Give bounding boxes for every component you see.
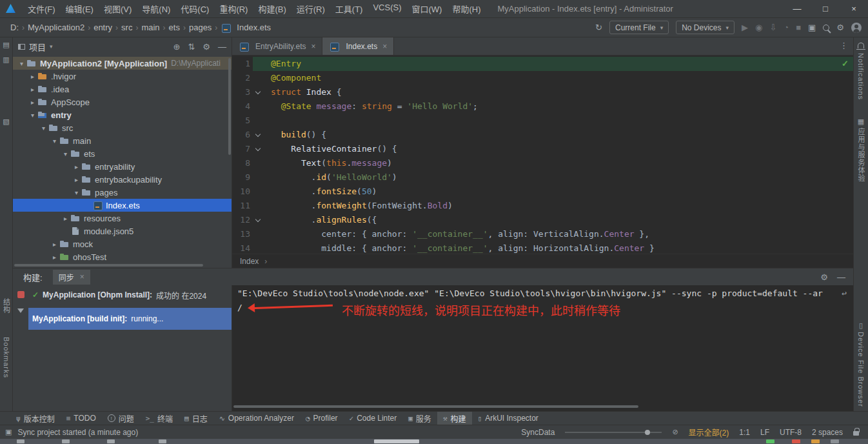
tree-item-appscope[interactable]: ▸AppScope — [13, 96, 232, 108]
bookmarks-tool-button[interactable]: Bookmarks — [3, 337, 10, 378]
fold-icon[interactable] — [255, 217, 261, 222]
tool-tab-code-linter[interactable]: ✓Code Linter — [344, 412, 403, 425]
folder-stripe-icon[interactable]: ▥ — [3, 56, 9, 64]
device-file-browser-icon[interactable]: ▯ — [859, 321, 863, 330]
syncdata-progress-slider[interactable] — [565, 432, 662, 433]
tree-item-pages[interactable]: ▾pages — [13, 186, 232, 199]
app-services-tool-button[interactable]: 应用与服务体验 — [856, 128, 866, 182]
tree-item-module-json5[interactable]: module.json5 — [13, 225, 232, 237]
cancel-sync-icon[interactable]: ⊘ — [672, 429, 678, 436]
project-hscrollbar[interactable] — [14, 264, 203, 267]
tool-tab-item[interactable]: ▤日志 — [179, 412, 213, 425]
device-select[interactable]: No Devices ▾ — [676, 21, 735, 34]
breadcrumb-item[interactable]: src — [120, 23, 133, 32]
breadcrumb-item[interactable]: entry — [92, 23, 113, 32]
menu-item[interactable]: 编辑(E) — [61, 1, 99, 17]
sync-project-icon[interactable]: ↻ — [595, 23, 602, 32]
project-stripe-icon[interactable]: ▤ — [3, 41, 9, 49]
locate-file-button[interactable]: ⊕ — [173, 43, 181, 51]
tool-tab-item[interactable]: ⚒构建 — [437, 412, 472, 425]
editor-tab-entryability-ets[interactable]: EntryAbility.ets× — [232, 37, 322, 55]
file-encoding[interactable]: UTF-8 — [780, 428, 802, 437]
more-options-icon[interactable]: ⋮ — [840, 41, 848, 50]
hide-panel-button[interactable]: — — [218, 43, 226, 51]
show-all-link[interactable]: 显示全部(2) — [689, 427, 729, 438]
app-services-icon[interactable]: ▦ — [858, 117, 864, 126]
build-console[interactable]: "E:\DevEco Studio\tools\node\node.exe" "… — [232, 285, 853, 411]
code-editor[interactable]: 1@Entry2@Component3struct Index {4 @Stat… — [232, 56, 853, 254]
panel-options-button[interactable]: ⚙ — [202, 43, 210, 51]
status-window-icon[interactable]: ▣ — [5, 429, 12, 436]
tool-tab-item[interactable]: !问题 — [102, 412, 140, 425]
maximize-button[interactable]: □ — [811, 0, 840, 17]
tree-item-myapplication2-myapplication[interactable]: ▾MyApplication2 [MyApplication]D:\MyAppl… — [13, 57, 232, 70]
tree-expand-icon[interactable]: ▸ — [28, 99, 37, 106]
caret-position[interactable]: 1:1 — [739, 428, 750, 437]
attach-debugger-button[interactable]: ⇩ — [769, 23, 776, 32]
tree-collapse-icon[interactable]: ▾ — [17, 60, 26, 67]
notifications-tool-button[interactable]: Notifications — [857, 53, 865, 100]
commit-stripe-icon[interactable]: ▧ — [3, 117, 9, 126]
tree-item-entry[interactable]: ▾entry — [13, 108, 232, 121]
tree-item-mock[interactable]: ▸mock — [13, 237, 232, 250]
menu-item[interactable]: 窗口(W) — [407, 1, 448, 17]
tree-expand-icon[interactable]: ▸ — [72, 163, 81, 170]
readonly-lock-icon[interactable] — [853, 431, 859, 436]
menu-item[interactable]: 导航(N) — [137, 1, 175, 17]
tool-tab-todo[interactable]: ≡TODO — [61, 412, 102, 425]
tree-expand-icon[interactable]: ▸ — [28, 86, 37, 93]
indent-setting[interactable]: 2 spaces — [812, 428, 843, 437]
menu-item[interactable]: 代码(C) — [175, 1, 214, 17]
stop-button[interactable]: ■ — [796, 23, 801, 32]
profile-avatar[interactable] — [851, 23, 862, 33]
tree-collapse-icon[interactable]: ▾ — [61, 150, 70, 157]
tool-tab-item[interactable]: ▣服务 — [402, 412, 437, 425]
tree-item-ets[interactable]: ▾ets — [13, 147, 232, 160]
tree-expand-icon[interactable]: ▸ — [72, 176, 81, 183]
breadcrumb-item[interactable]: ets — [168, 23, 181, 32]
tree-item-entrybackupability[interactable]: ▸entrybackupability — [13, 173, 232, 186]
filter-icon[interactable] — [17, 308, 24, 316]
menu-item[interactable]: 构建(B) — [253, 1, 291, 17]
tree-item-hvigor[interactable]: ▸.hvigor — [13, 70, 232, 83]
tree-item-main[interactable]: ▾main — [13, 134, 232, 147]
breadcrumb-element[interactable]: Index — [240, 257, 259, 266]
hide-build-panel-button[interactable]: — — [837, 273, 845, 281]
breadcrumb-item[interactable]: D: — [9, 23, 20, 32]
tree-item-idea[interactable]: ▸.idea — [13, 83, 232, 96]
tool-tab-operation-analyzer[interactable]: ∿Operation Analyzer — [213, 412, 300, 425]
tree-expand-icon[interactable]: ▸ — [28, 73, 37, 80]
tree-collapse-icon[interactable]: ▾ — [28, 112, 37, 119]
menu-item[interactable]: 工具(T) — [330, 1, 368, 17]
device-manager-button[interactable]: ▣ — [808, 23, 816, 32]
run-button[interactable]: ▶ — [742, 23, 748, 32]
tool-tab-item[interactable]: ψ版本控制 — [10, 412, 61, 425]
fold-icon[interactable] — [255, 89, 261, 94]
settings-button[interactable]: ⚙ — [836, 23, 844, 32]
tree-collapse-icon[interactable]: ▾ — [72, 189, 81, 196]
build-task-row[interactable]: MyApplication [build init]:running... — [28, 308, 232, 330]
editor-tab-index-ets[interactable]: Index.ets× — [322, 37, 394, 55]
tree-expand-icon[interactable]: ▸ — [61, 215, 70, 222]
tree-expand-icon[interactable]: ▸ — [50, 241, 59, 248]
project-vscrollbar[interactable] — [228, 58, 231, 155]
close-tab-icon[interactable]: × — [80, 272, 84, 281]
breadcrumb-item[interactable]: pages — [188, 23, 213, 32]
notifications-bell-icon[interactable] — [858, 43, 864, 48]
inspection-ok-icon[interactable]: ✓ — [842, 59, 849, 68]
tree-collapse-icon[interactable]: ▾ — [39, 125, 48, 132]
debug-button[interactable]: ◉ — [755, 23, 762, 32]
menu-item[interactable]: 帮助(H) — [447, 1, 486, 17]
tree-item-resources[interactable]: ▸resources — [13, 212, 232, 225]
close-tab-icon[interactable]: × — [382, 42, 387, 51]
slider-thumb[interactable] — [645, 430, 650, 435]
menu-item[interactable]: 视图(V) — [99, 1, 137, 17]
soft-wrap-icon[interactable]: ↩ — [842, 289, 847, 298]
tree-item-ohostest[interactable]: ▸ohosTest — [13, 250, 232, 263]
console-hscrollbar[interactable] — [233, 405, 638, 408]
tool-tab-item[interactable]: >_终端 — [140, 412, 179, 425]
tree-item-entryability[interactable]: ▸entryability — [13, 160, 232, 173]
minimize-button[interactable]: — — [783, 0, 811, 17]
build-task-row[interactable]: ✓MyApplication [Ohpm Install]:成功的 在2024 — [28, 287, 232, 303]
tool-tab-arkui-inspector[interactable]: ▯ArkUI Inspector — [472, 412, 544, 425]
